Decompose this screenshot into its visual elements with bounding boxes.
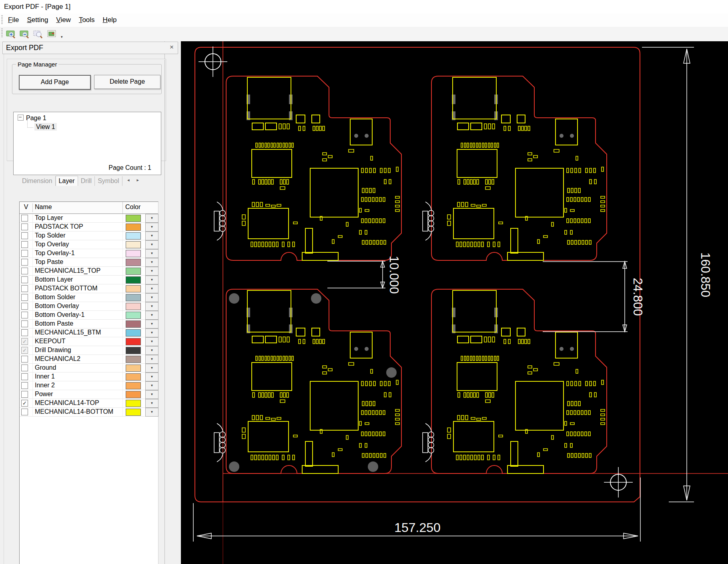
layer-color-dropdown[interactable]: ▼ (145, 346, 158, 355)
pcb-canvas[interactable]: 10.000 24.800 160.850 157.250 (181, 41, 728, 564)
layer-visible-checkbox[interactable] (21, 276, 28, 283)
zoom-in-icon[interactable] (5, 28, 17, 40)
layer-color-swatch[interactable] (126, 250, 141, 257)
layer-visible-checkbox[interactable] (21, 303, 28, 310)
layer-row[interactable]: Top Layer▼ (20, 214, 158, 223)
layer-visible-checkbox[interactable]: ✓ (21, 347, 28, 354)
layer-color-dropdown[interactable]: ▼ (145, 232, 158, 240)
layer-color-swatch[interactable] (126, 215, 141, 222)
close-icon[interactable]: × (170, 43, 174, 51)
menu-setting[interactable]: Setting (23, 14, 52, 24)
zoom-window-icon[interactable] (32, 28, 44, 40)
layer-color-swatch[interactable] (126, 268, 141, 275)
layer-row[interactable]: MECHANICAL14-BOTTOM▼ (20, 408, 158, 417)
layer-row[interactable]: Top Solder▼ (20, 232, 158, 240)
toolbar-more-icon[interactable]: ▾ (61, 35, 63, 39)
layer-visible-checkbox[interactable] (21, 382, 28, 389)
layer-color-dropdown[interactable]: ▼ (145, 390, 158, 399)
layer-color-dropdown[interactable]: ▼ (145, 240, 158, 249)
tab-dimension[interactable]: Dimension (19, 176, 56, 186)
layer-visible-checkbox[interactable] (21, 224, 28, 230)
layer-row[interactable]: Top Overlay▼ (20, 240, 158, 249)
layer-visible-checkbox[interactable] (21, 312, 28, 318)
layer-row[interactable]: Inner 1▼ (20, 373, 158, 381)
layer-color-dropdown[interactable]: ▼ (145, 214, 158, 223)
layer-row[interactable]: MECHANICAL15_TOP▼ (20, 267, 158, 276)
zoom-out-icon[interactable] (19, 28, 30, 40)
layer-visible-checkbox[interactable] (21, 356, 28, 363)
layer-color-swatch[interactable] (126, 232, 141, 240)
layer-color-dropdown[interactable]: ▼ (145, 311, 158, 320)
delete-page-button[interactable]: Delete Page (94, 75, 160, 89)
layer-visible-checkbox[interactable] (21, 250, 28, 257)
add-page-button[interactable]: Add Page (19, 75, 91, 90)
layer-row[interactable]: PADSTACK TOP▼ (20, 223, 158, 232)
layer-row[interactable]: Bottom Paste▼ (20, 320, 158, 328)
layer-color-swatch[interactable] (126, 365, 141, 372)
tree-node-view-label[interactable]: View 1 (34, 123, 57, 131)
layer-color-dropdown[interactable]: ▼ (145, 320, 158, 328)
menu-help[interactable]: Help (99, 14, 121, 24)
layer-visible-checkbox[interactable] (21, 409, 28, 415)
collapse-icon[interactable] (18, 115, 24, 121)
tab-prev-icon[interactable]: ◂ (127, 177, 137, 182)
layer-visible-checkbox[interactable]: ✓ (21, 338, 28, 345)
tab-drill[interactable]: Drill (78, 176, 95, 186)
layer-row[interactable]: Ground▼ (20, 364, 158, 373)
layer-color-swatch[interactable] (126, 391, 141, 398)
layer-color-swatch[interactable] (126, 276, 141, 284)
layer-visible-checkbox[interactable] (21, 373, 28, 380)
layer-color-dropdown[interactable]: ▼ (145, 284, 158, 293)
layer-visible-checkbox[interactable] (21, 232, 28, 239)
layer-color-dropdown[interactable]: ▼ (145, 381, 158, 390)
tab-symbol[interactable]: Symbol (95, 176, 122, 186)
layer-row[interactable]: Bottom Solder▼ (20, 293, 158, 302)
layer-row[interactable]: ✓Drill Drawing▼ (20, 346, 158, 355)
layer-color-dropdown[interactable]: ▼ (145, 373, 158, 381)
menu-tools[interactable]: Tools (75, 14, 99, 24)
layer-visible-checkbox[interactable] (21, 294, 28, 301)
layer-color-swatch[interactable] (126, 224, 141, 231)
layer-visible-checkbox[interactable] (21, 268, 28, 274)
tab-next-icon[interactable]: ▸ (137, 177, 146, 182)
layer-color-swatch[interactable] (126, 312, 141, 319)
export-image-icon[interactable] (46, 28, 58, 40)
layer-row[interactable]: Inner 2▼ (20, 381, 158, 390)
layer-color-swatch[interactable] (126, 329, 141, 336)
layer-visible-checkbox[interactable] (21, 259, 28, 266)
layer-row[interactable]: Top Paste▼ (20, 258, 158, 267)
layer-color-dropdown[interactable]: ▼ (145, 337, 158, 346)
layer-color-dropdown[interactable]: ▼ (145, 249, 158, 258)
layer-visible-checkbox[interactable] (21, 285, 28, 292)
tab-layer[interactable]: Layer (56, 176, 78, 186)
layer-visible-checkbox[interactable] (21, 365, 28, 371)
tab-scroll-arrows[interactable]: ◂▸ (127, 177, 146, 183)
layer-color-swatch[interactable] (126, 347, 141, 354)
layer-color-swatch[interactable] (126, 241, 141, 248)
layer-color-swatch[interactable] (126, 259, 141, 266)
layer-color-dropdown[interactable]: ▼ (145, 293, 158, 302)
layer-row[interactable]: MECHANICAL15_BTM▼ (20, 328, 158, 337)
layer-color-dropdown[interactable]: ▼ (145, 258, 158, 267)
layer-row[interactable]: Top Overlay-1▼ (20, 249, 158, 258)
layer-color-swatch[interactable] (126, 409, 141, 416)
menu-view[interactable]: View (52, 14, 75, 24)
layer-color-dropdown[interactable]: ▼ (145, 328, 158, 337)
layer-visible-checkbox[interactable] (21, 241, 28, 248)
layer-color-dropdown[interactable]: ▼ (145, 276, 158, 284)
layer-color-dropdown[interactable]: ▼ (145, 267, 158, 276)
layer-color-dropdown[interactable]: ▼ (145, 302, 158, 311)
layer-row[interactable]: Bottom Overlay-1▼ (20, 311, 158, 320)
layer-color-swatch[interactable] (126, 294, 141, 301)
layer-color-swatch[interactable] (126, 338, 141, 345)
layer-row[interactable]: PADSTACK BOTTOM▼ (20, 284, 158, 293)
layer-color-swatch[interactable] (126, 356, 141, 363)
layer-row[interactable]: MECHANICAL2▼ (20, 355, 158, 364)
layer-row[interactable]: ✓MECHANICAL14-TOP▼ (20, 399, 158, 408)
tree-node-view[interactable]: View 1 (34, 123, 57, 131)
layer-color-dropdown[interactable]: ▼ (145, 364, 158, 373)
layer-color-swatch[interactable] (126, 303, 141, 310)
layer-color-swatch[interactable] (126, 320, 141, 328)
layer-visible-checkbox[interactable] (21, 329, 28, 336)
layer-row[interactable]: Power▼ (20, 390, 158, 399)
